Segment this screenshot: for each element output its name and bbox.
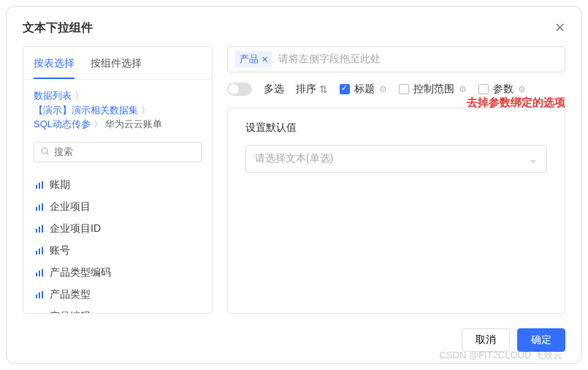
- tag-remove-icon[interactable]: ✕: [261, 55, 268, 64]
- title-checkbox[interactable]: [340, 84, 350, 94]
- scope-checkbox-wrap[interactable]: 控制范围 ⚙: [399, 83, 467, 96]
- field-label: 产品类型编码: [50, 266, 111, 279]
- sort-label[interactable]: 排序 ⇅: [296, 83, 328, 96]
- svg-rect-2: [36, 185, 37, 189]
- field-item[interactable]: 账号: [34, 240, 202, 262]
- title-label: 标题: [354, 83, 375, 96]
- breadcrumb-link[interactable]: 【演示】演示相关数据集: [34, 105, 138, 116]
- modal-header: 文本下拉组件 ✕: [7, 7, 581, 46]
- svg-point-0: [42, 148, 47, 154]
- select-placeholder: 请选择文本(单选): [255, 152, 333, 165]
- param-checkbox[interactable]: [478, 84, 489, 94]
- bar-chart-icon: [35, 268, 44, 277]
- svg-rect-13: [42, 247, 43, 254]
- tabs: 按表选择 按组件选择: [23, 47, 212, 80]
- search-input[interactable]: [54, 146, 195, 157]
- breadcrumb: 数据列表 〉 【演示】演示相关数据集 〉 SQL动态传参 〉 华为云云账单: [23, 80, 212, 135]
- drop-placeholder: 请将左侧字段拖至此处: [278, 53, 381, 66]
- left-panel: 按表选择 按组件选择 数据列表 〉 【演示】演示相关数据集 〉 SQL动态传参 …: [23, 46, 213, 314]
- svg-rect-12: [39, 249, 40, 254]
- field-list: 账期 企业项目 企业项目ID 账号 产品类型编码 产品类型 产品编码: [23, 167, 212, 314]
- gear-icon[interactable]: ⚙: [379, 84, 387, 94]
- svg-rect-3: [39, 183, 40, 189]
- field-label: 产品编码: [50, 310, 91, 314]
- modal-body: 按表选择 按组件选择 数据列表 〉 【演示】演示相关数据集 〉 SQL动态传参 …: [7, 46, 581, 320]
- tab-by-component[interactable]: 按组件选择: [91, 53, 142, 79]
- right-panel: 产品 ✕ 请将左侧字段拖至此处 多选 排序 ⇅ 标题 ⚙: [227, 46, 565, 314]
- svg-rect-8: [36, 229, 37, 233]
- param-checkbox-wrap[interactable]: 参数 ⚙: [478, 83, 526, 96]
- scope-checkbox[interactable]: [399, 84, 409, 94]
- bar-chart-icon: [35, 246, 44, 255]
- svg-line-1: [47, 153, 48, 154]
- field-item[interactable]: 企业项目: [34, 196, 202, 218]
- chevron-down-icon: ⌄: [529, 153, 538, 165]
- bar-chart-icon: [35, 290, 44, 299]
- field-label: 账号: [50, 244, 70, 257]
- default-value-title: 设置默认值: [245, 121, 547, 135]
- field-label: 账期: [50, 178, 70, 192]
- tag-label: 产品: [240, 53, 259, 66]
- field-label: 企业项目: [50, 200, 91, 214]
- svg-rect-19: [42, 291, 43, 298]
- svg-rect-7: [42, 203, 43, 211]
- svg-rect-5: [36, 207, 37, 211]
- gear-icon[interactable]: ⚙: [459, 84, 467, 94]
- field-item[interactable]: 产品编码: [34, 306, 202, 314]
- tab-by-table[interactable]: 按表选择: [34, 53, 75, 79]
- breadcrumb-current: 华为云云账单: [105, 118, 162, 129]
- svg-rect-4: [42, 181, 43, 189]
- svg-rect-6: [39, 205, 40, 211]
- svg-rect-22: [42, 313, 43, 314]
- chevron-right-icon: 〉: [141, 105, 150, 116]
- bar-chart-icon: [35, 203, 44, 211]
- svg-rect-16: [42, 269, 43, 276]
- close-icon[interactable]: ✕: [554, 20, 565, 36]
- bar-chart-icon: [35, 312, 44, 314]
- gear-icon[interactable]: ⚙: [518, 84, 526, 94]
- bar-chart-icon: [35, 224, 44, 233]
- multi-toggle[interactable]: [227, 83, 252, 96]
- svg-rect-15: [39, 271, 40, 276]
- modal-title: 文本下拉组件: [23, 20, 93, 36]
- field-drop-zone[interactable]: 产品 ✕ 请将左侧字段拖至此处: [227, 46, 565, 72]
- svg-rect-11: [36, 251, 37, 254]
- title-checkbox-wrap[interactable]: 标题 ⚙: [340, 83, 387, 96]
- sort-icon: ⇅: [319, 83, 328, 95]
- field-item[interactable]: 产品类型编码: [34, 262, 202, 284]
- svg-rect-18: [39, 292, 40, 298]
- field-item[interactable]: 产品类型: [34, 284, 202, 306]
- svg-rect-9: [39, 227, 40, 233]
- bar-chart-icon: [35, 181, 44, 189]
- field-tag[interactable]: 产品 ✕: [235, 51, 272, 67]
- breadcrumb-link[interactable]: 数据列表: [34, 90, 72, 101]
- param-label: 参数: [493, 83, 513, 96]
- field-label: 企业项目ID: [50, 222, 101, 235]
- cancel-button[interactable]: 取消: [462, 328, 510, 352]
- default-value-select[interactable]: 请选择文本(单选) ⌄: [245, 145, 547, 173]
- scope-label: 控制范围: [413, 83, 454, 96]
- svg-rect-10: [42, 225, 43, 233]
- modal: 文本下拉组件 ✕ 按表选择 按组件选择 数据列表 〉 【演示】演示相关数据集 〉…: [6, 6, 582, 364]
- field-item[interactable]: 账期: [34, 174, 202, 196]
- default-value-section: 设置默认值 请选择文本(单选) ⌄: [227, 107, 565, 314]
- svg-rect-17: [36, 295, 37, 298]
- chevron-right-icon: 〉: [93, 118, 103, 129]
- field-item[interactable]: 企业项目ID: [34, 218, 202, 240]
- options-row: 多选 排序 ⇅ 标题 ⚙ 控制范围 ⚙ 参数 ⚙: [227, 81, 565, 97]
- search-icon: [40, 146, 50, 158]
- multi-label: 多选: [264, 83, 284, 96]
- search-input-wrapper[interactable]: [34, 142, 202, 162]
- chevron-right-icon: 〉: [75, 90, 84, 101]
- field-label: 产品类型: [50, 288, 91, 301]
- breadcrumb-link[interactable]: SQL动态传参: [34, 118, 91, 129]
- svg-rect-14: [36, 273, 37, 276]
- annotation-text: 去掉参数绑定的选项: [467, 96, 565, 110]
- modal-footer: 取消 确定 CSDN @FIT2CLOUD 飞致云: [7, 320, 581, 363]
- confirm-button[interactable]: 确定: [517, 328, 565, 352]
